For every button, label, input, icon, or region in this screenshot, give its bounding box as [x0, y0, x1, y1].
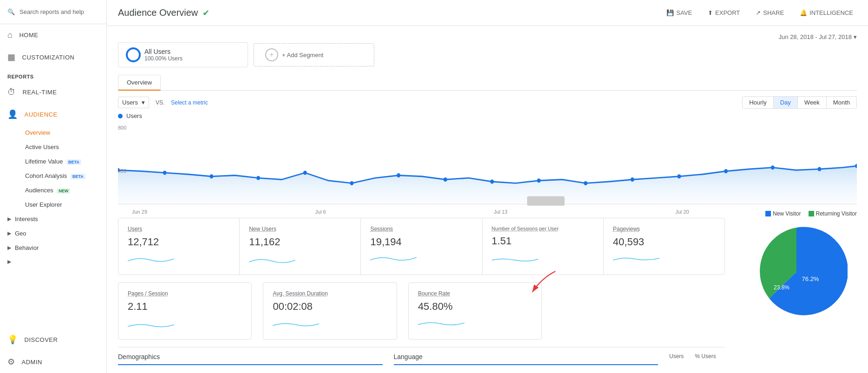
intelligence-button[interactable]: 🔔 INTELLIGENCE	[796, 7, 857, 18]
share-label: SHARE	[763, 9, 784, 16]
hourly-button[interactable]: Hourly	[743, 97, 774, 108]
metric-value-users: 12,712	[128, 236, 230, 248]
y-label-800: 800	[118, 125, 126, 131]
metric-label-pageviews[interactable]: Pageviews	[613, 226, 715, 232]
placeholder-empty	[553, 282, 725, 340]
sidebar-item-demographics[interactable]: ▶ Interests	[0, 212, 106, 226]
sidebar-item-admin[interactable]: ⚙ ADMIN	[0, 351, 106, 373]
reports-section-label: Reports	[0, 68, 106, 81]
week-button[interactable]: Week	[798, 97, 827, 108]
date-range-row[interactable]: Jun 28, 2018 - Jul 27, 2018 ▾	[118, 33, 857, 40]
metric-card-pageviews: Pageviews 40,593	[604, 218, 724, 275]
metric-label-bounce-rate[interactable]: Bounce Rate	[418, 290, 532, 297]
sparkline-users	[128, 252, 174, 266]
metric-label-users[interactable]: Users	[128, 226, 230, 232]
search-input-label[interactable]: Search reports and help	[20, 8, 84, 15]
sidebar-item-cohort-analysis[interactable]: Cohort Analysis BETA	[0, 169, 106, 183]
sidebar-item-audience[interactable]: 👤 AUDIENCE	[0, 103, 106, 125]
metric-value-new-users: 11,162	[249, 236, 351, 248]
month-button[interactable]: Month	[827, 97, 856, 108]
sidebar-item-geo[interactable]: ▶ Behavior	[0, 241, 106, 255]
sidebar-item-audiences[interactable]: Audiences NEW	[0, 183, 106, 197]
date-range-dropdown-icon: ▾	[854, 33, 857, 40]
sidebar-item-real-time[interactable]: ⏱ REAL-TIME	[0, 81, 106, 103]
export-icon: ⬆	[708, 9, 713, 16]
sidebar-item-home[interactable]: ⌂ HOME	[0, 24, 106, 46]
interests-arrow-icon: ▶	[7, 230, 11, 236]
bottom-row: Demographics Language Users % Users	[118, 347, 725, 369]
sidebar-item-customization[interactable]: ▦ CUSTOMIZATION	[0, 46, 106, 68]
sidebar-item-customization-label: CUSTOMIZATION	[22, 54, 75, 61]
sidebar-item-discover-label: DISCOVER	[25, 336, 58, 343]
x-label-jun29: Jun 29	[132, 209, 147, 215]
metric-label-avg-session[interactable]: Avg. Session Duration	[273, 290, 387, 297]
search-icon: 🔍	[7, 8, 15, 15]
svg-point-7	[444, 177, 447, 182]
sidebar-item-discover[interactable]: 💡 DISCOVER	[0, 328, 106, 351]
svg-point-6	[397, 173, 400, 177]
all-users-segment[interactable]: All Users 100.00% Users	[118, 42, 248, 67]
users-col-header: Users	[669, 353, 684, 369]
admin-icon: ⚙	[7, 357, 15, 367]
col-headers: Users % Users	[669, 353, 725, 369]
header-actions: 💾 SAVE ⬆ EXPORT ↗ SHARE 🔔 INTELLIGENCE	[663, 7, 857, 18]
metric-card-pages-session: Pages / Session 2.11	[118, 282, 252, 340]
returning-pct-label: 76.2%	[802, 275, 819, 282]
new-badge-audiences: NEW	[57, 188, 70, 194]
date-range-label: Jun 28, 2018 - Jul 27, 2018	[778, 33, 852, 40]
metric-dropdown[interactable]: Users ▾	[118, 97, 149, 108]
share-button[interactable]: ↗ SHARE	[752, 7, 788, 18]
sidebar: 🔍 Search reports and help ⌂ HOME ▦ CUSTO…	[0, 0, 107, 373]
svg-point-10	[584, 181, 587, 185]
chart-legend: Users	[118, 112, 857, 119]
new-pct-label: 23.8%	[774, 284, 790, 291]
add-segment-button[interactable]: + + Add Segment	[254, 43, 374, 66]
demographics-col: Demographics	[118, 353, 383, 369]
sidebar-item-lifetime-value[interactable]: Lifetime Value BETA	[0, 154, 106, 169]
svg-point-4	[303, 170, 307, 175]
sidebar-item-real-time-label: REAL-TIME	[23, 89, 57, 96]
svg-point-14	[771, 165, 775, 170]
metric-card-sessions: Sessions 19,194	[361, 218, 482, 275]
overview-tab[interactable]: Overview	[118, 75, 161, 91]
sidebar-item-home-label: HOME	[19, 32, 38, 39]
sparkline-pageviews	[613, 252, 659, 266]
segment-name: All Users	[144, 48, 183, 55]
beta-badge-cohort: BETA	[71, 174, 85, 179]
svg-point-5	[350, 181, 353, 185]
metric-value-avg-session: 00:02:08	[273, 301, 387, 313]
sidebar-item-active-users[interactable]: Active Users	[0, 140, 106, 154]
search-bar[interactable]: 🔍 Search reports and help	[0, 0, 106, 24]
content-area: Jun 28, 2018 - Jul 27, 2018 ▾ All Users …	[107, 26, 868, 373]
metric-card-bounce-rate: Bounce Rate 45.80%	[408, 282, 542, 340]
segment-pct: 100.00% Users	[144, 55, 183, 62]
customization-icon: ▦	[7, 52, 16, 62]
svg-point-12	[677, 174, 681, 178]
demographics-arrow-icon: ▶	[7, 216, 11, 222]
select-metric-link[interactable]: Select a metric	[171, 99, 208, 106]
svg-point-15	[817, 167, 821, 171]
sidebar-item-interests[interactable]: ▶ Geo	[0, 226, 106, 241]
pct-users-col-header: % Users	[695, 353, 716, 369]
segment-row: All Users 100.00% Users + + Add Segment	[118, 42, 857, 67]
page-title-row: Audience Overview ✔	[118, 7, 209, 18]
metrics-left-col: Users 12,712 New Users 11,162	[118, 210, 725, 369]
metric-label-sessions[interactable]: Sessions	[370, 226, 472, 232]
metrics-and-pie-row: Users 12,712 New Users 11,162	[118, 210, 857, 369]
metric-label-new-users[interactable]: New Users	[249, 226, 351, 232]
vs-label: VS.	[156, 99, 164, 106]
save-button[interactable]: 💾 SAVE	[663, 7, 696, 18]
day-button[interactable]: Day	[774, 97, 798, 108]
export-button[interactable]: ⬆ EXPORT	[704, 7, 744, 18]
svg-point-13	[724, 169, 728, 173]
sidebar-item-overview[interactable]: Overview	[0, 125, 106, 140]
metric-label-sessions-per-user[interactable]: Number of Sessions per User	[492, 226, 594, 231]
sidebar-item-user-explorer[interactable]: User Explorer	[0, 197, 106, 212]
sidebar-item-admin-label: ADMIN	[22, 359, 42, 366]
discover-icon: 💡	[7, 334, 18, 345]
chart-svg	[118, 123, 857, 207]
sidebar-item-behavior[interactable]: ▶	[0, 255, 106, 268]
main-content: Audience Overview ✔ 💾 SAVE ⬆ EXPORT ↗ SH…	[107, 0, 868, 373]
metric-label-pages-session[interactable]: Pages / Session	[128, 290, 242, 297]
chart-x-labels: Jun 29 Jul 6 Jul 13 Jul 20	[118, 208, 857, 215]
